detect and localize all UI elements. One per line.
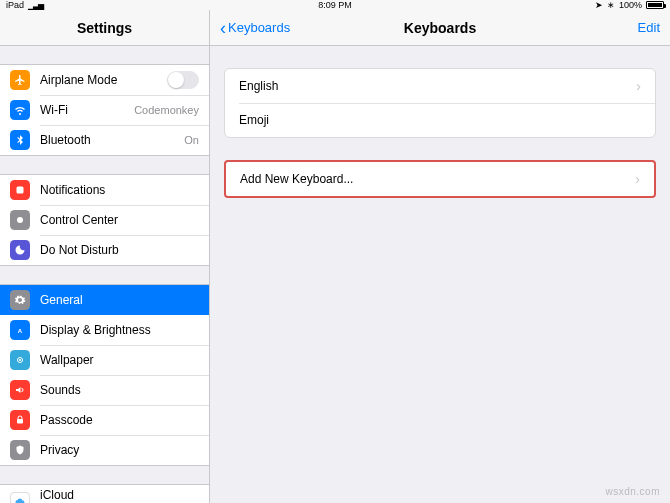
- settings-sidebar: Settings Airplane Mode Wi-Fi Codemonkey: [0, 10, 210, 503]
- sidebar-item-label: Control Center: [40, 213, 199, 227]
- back-button[interactable]: ‹ Keyboards: [220, 19, 290, 37]
- sidebar-item-label: Passcode: [40, 413, 199, 427]
- keyboard-label: Emoji: [239, 113, 269, 127]
- add-keyboard-card: Add New Keyboard... ›: [224, 160, 656, 198]
- sidebar-item-privacy[interactable]: Privacy: [0, 435, 209, 465]
- airplane-icon: [10, 70, 30, 90]
- status-time: 8:09 PM: [318, 0, 352, 10]
- privacy-icon: [10, 440, 30, 460]
- sidebar-item-control-center[interactable]: Control Center: [0, 205, 209, 235]
- sidebar-item-label: Notifications: [40, 183, 199, 197]
- sidebar-item-general[interactable]: General: [0, 285, 209, 315]
- sounds-icon: [10, 380, 30, 400]
- sidebar-item-wallpaper[interactable]: Wallpaper: [0, 345, 209, 375]
- svg-rect-0: [17, 187, 24, 194]
- sidebar-item-wifi[interactable]: Wi-Fi Codemonkey: [0, 95, 209, 125]
- notifications-icon: [10, 180, 30, 200]
- detail-pane: ‹ Keyboards Keyboards Edit English › Emo…: [210, 10, 670, 503]
- passcode-icon: [10, 410, 30, 430]
- sidebar-item-label: General: [40, 293, 199, 307]
- sidebar-item-passcode[interactable]: Passcode: [0, 405, 209, 435]
- chevron-right-icon: ›: [636, 78, 641, 94]
- sidebar-item-bluetooth[interactable]: Bluetooth On: [0, 125, 209, 155]
- bluetooth-status: On: [184, 134, 199, 146]
- back-label: Keyboards: [228, 20, 290, 35]
- sidebar-item-label: Do Not Disturb: [40, 243, 199, 257]
- keyboard-row-emoji[interactable]: Emoji: [225, 103, 655, 137]
- sidebar-item-label: Sounds: [40, 383, 199, 397]
- keyboards-list: English › Emoji: [224, 68, 656, 138]
- sidebar-title: Settings: [0, 10, 209, 46]
- edit-button[interactable]: Edit: [638, 20, 660, 35]
- bluetooth-settings-icon: [10, 130, 30, 150]
- svg-point-1: [17, 217, 23, 223]
- add-keyboard-label: Add New Keyboard...: [240, 172, 353, 186]
- chevron-right-icon: ›: [635, 171, 640, 187]
- cloud-icon: [10, 492, 30, 503]
- svg-rect-5: [17, 419, 23, 424]
- svg-point-4: [19, 359, 21, 361]
- sidebar-item-sounds[interactable]: Sounds: [0, 375, 209, 405]
- sidebar-item-label: Privacy: [40, 443, 199, 457]
- sidebar-item-notifications[interactable]: Notifications: [0, 175, 209, 205]
- sidebar-item-label: Wi-Fi: [40, 103, 130, 117]
- sidebar-item-dnd[interactable]: Do Not Disturb: [0, 235, 209, 265]
- sidebar-item-label: Wallpaper: [40, 353, 199, 367]
- battery-icon: [646, 1, 664, 9]
- watermark: wsxdn.com: [605, 486, 660, 497]
- wallpaper-icon: [10, 350, 30, 370]
- sidebar-item-label: Bluetooth: [40, 133, 180, 147]
- battery-pct: 100%: [619, 0, 642, 10]
- keyboard-label: English: [239, 79, 278, 93]
- airplane-toggle[interactable]: [167, 71, 199, 89]
- moon-icon: [10, 240, 30, 260]
- chevron-left-icon: ‹: [220, 19, 226, 37]
- location-icon: ➤: [595, 0, 603, 10]
- wifi-settings-icon: [10, 100, 30, 120]
- detail-title: Keyboards: [404, 20, 476, 36]
- keyboard-row-english[interactable]: English ›: [225, 69, 655, 103]
- sidebar-item-display[interactable]: A Display & Brightness: [0, 315, 209, 345]
- sidebar-item-label: Display & Brightness: [40, 323, 199, 337]
- detail-header: ‹ Keyboards Keyboards Edit: [210, 10, 670, 46]
- gear-icon: [10, 290, 30, 310]
- status-carrier: iPad: [6, 0, 24, 10]
- status-bar: iPad ▁▃▅ 8:09 PM ➤ ∗ 100%: [0, 0, 670, 10]
- control-center-icon: [10, 210, 30, 230]
- sidebar-item-icloud[interactable]: iCloud Michael.McConnell@me.com: [0, 485, 209, 503]
- svg-text:A: A: [18, 328, 23, 334]
- add-new-keyboard-button[interactable]: Add New Keyboard... ›: [226, 162, 654, 196]
- bluetooth-icon: ∗: [607, 0, 615, 10]
- wifi-icon: ▁▃▅: [28, 1, 43, 10]
- sidebar-item-label: Airplane Mode: [40, 73, 167, 87]
- wifi-network-name: Codemonkey: [134, 104, 199, 116]
- display-icon: A: [10, 320, 30, 340]
- sidebar-item-airplane[interactable]: Airplane Mode: [0, 65, 209, 95]
- sidebar-item-label: iCloud: [40, 489, 157, 503]
